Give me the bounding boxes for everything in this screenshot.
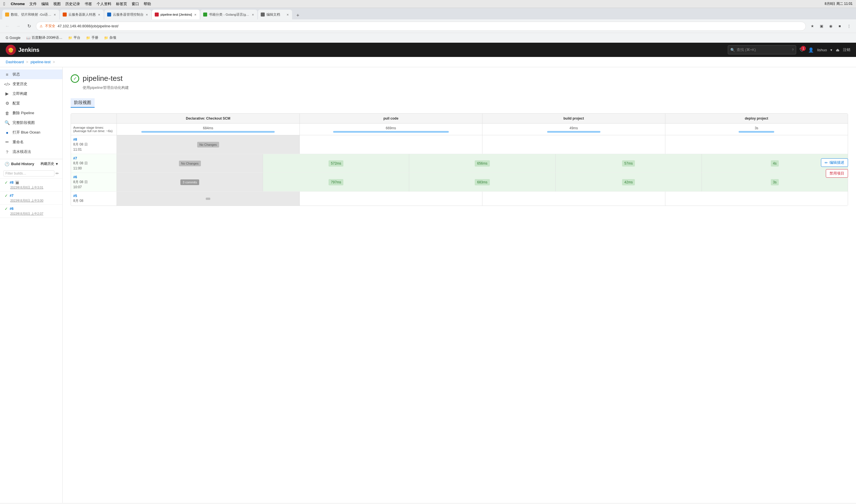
project-status-icon: ✓ xyxy=(71,74,79,83)
profile-button[interactable]: ■ xyxy=(836,22,843,30)
build-fail-icon-8[interactable]: ▤ xyxy=(15,181,19,184)
sidebar-item-changes[interactable]: </> 变更历史 xyxy=(0,79,63,89)
avg-time-0: 684ms xyxy=(117,124,299,135)
stage-cell-7-3[interactable]: 57ms xyxy=(555,154,702,173)
menu-view[interactable]: 视图 xyxy=(53,1,61,6)
build-date-7: 2023年8月8日 上午3:00 xyxy=(10,199,43,202)
build-item-6[interactable]: ✓ #6 2023年8月8日 上午2:07 xyxy=(0,205,63,218)
bookmark-star-button[interactable]: ★ xyxy=(809,22,816,30)
menu-chrome[interactable]: Chrome xyxy=(11,2,25,6)
breadcrumb-project[interactable]: pipeline-test xyxy=(31,60,50,64)
sidebar-item-configure[interactable]: ⚙ 配置 xyxy=(0,98,63,108)
bookmark-misc[interactable]: 📁 杂项 xyxy=(102,34,119,41)
sidebar-item-rename[interactable]: ✏ 重命名 xyxy=(0,137,63,147)
tab-3[interactable]: 云服务器管理控制台 × xyxy=(104,10,152,19)
menu-help[interactable]: 帮助 xyxy=(144,1,151,6)
build-history-label-cn: 构建历史 xyxy=(40,161,54,166)
avg-time-label-2: 49ms xyxy=(570,126,578,130)
build-history-header[interactable]: 🕐 Build History 构建历史 ▾ xyxy=(0,159,63,168)
tab-close-3[interactable]: × xyxy=(145,12,149,17)
tab-5[interactable]: 书籍分类 - Golang语言(gol… × xyxy=(200,10,257,19)
screen-cast-button[interactable]: ▣ xyxy=(818,22,825,30)
edit-icon: ✏ xyxy=(825,161,828,165)
forward-button[interactable]: → xyxy=(14,22,22,30)
tab-close-2[interactable]: × xyxy=(98,12,101,17)
menu-file[interactable]: 文件 xyxy=(29,1,37,6)
build-link-7[interactable]: #7 xyxy=(73,156,114,160)
tab-close-4[interactable]: × xyxy=(194,12,197,17)
sidebar-item-build-now[interactable]: ▶ 立即构建 xyxy=(0,89,63,98)
disable-project-button[interactable]: 禁用项目 xyxy=(826,169,848,178)
breadcrumb-dashboard[interactable]: Dashboard xyxy=(6,60,24,64)
address-bar[interactable]: ⚠ 不安全 47.102.149.46:8088/job/pipeline-te… xyxy=(36,22,806,31)
jenkins-logo[interactable]: 👴 Jenkins xyxy=(6,45,39,55)
menu-bookmarks[interactable]: 书签 xyxy=(85,1,92,6)
stage-cell-7-1[interactable]: 572ms xyxy=(263,154,409,173)
bookmark-platform[interactable]: 📁 平台 xyxy=(66,34,83,41)
rename-icon: ✏ xyxy=(4,140,10,145)
tab-4[interactable]: pipeline-test [Jenkins] × xyxy=(152,10,200,19)
main-layout: ≡ 状态 </> 变更历史 ▶ 立即构建 ⚙ 配置 🗑 删除 Pipeline … xyxy=(0,67,856,503)
stage-cell-6-3[interactable]: 42ms xyxy=(555,173,702,191)
tab-close-6[interactable]: × xyxy=(286,12,290,17)
stage-cell-7-2[interactable]: 656ms xyxy=(409,154,555,173)
build-item-8[interactable]: ✓ #8 ▤ 2023年8月8日 上午3:01 xyxy=(0,179,63,192)
user-dropdown-icon[interactable]: ▾ xyxy=(831,48,832,52)
sidebar-item-delete[interactable]: 🗑 删除 Pipeline xyxy=(0,108,63,118)
sidebar-item-blue-ocean[interactable]: ● 打开 Blue Ocean xyxy=(0,128,63,137)
stage-cell-5-0[interactable] xyxy=(117,192,299,205)
syntax-icon: ? xyxy=(4,149,10,154)
edit-description-button[interactable]: ✏ 编辑描述 xyxy=(821,158,848,167)
url-text: 47.102.149.46:8088/job/pipeline-test/ xyxy=(57,24,802,28)
menu-profile[interactable]: 个人资料 xyxy=(97,1,111,6)
stage-cell-7-0[interactable]: No Changes xyxy=(117,154,263,173)
new-tab-button[interactable]: + xyxy=(294,12,302,19)
build-link-5[interactable]: #5 xyxy=(73,194,114,198)
sidebar-item-status[interactable]: ≡ 状态 xyxy=(0,70,63,79)
bookmark-google[interactable]: G Google xyxy=(3,35,23,41)
search-help-icon[interactable]: ? xyxy=(792,48,793,52)
tab-title-6: 编辑文档 xyxy=(266,13,284,17)
build-item-7[interactable]: ✓ #7 2023年8月8日 上午3:00 xyxy=(0,192,63,205)
tab-close-5[interactable]: × xyxy=(251,12,255,17)
sidebar-label-configure: 配置 xyxy=(13,101,20,106)
bookmark-manual[interactable]: 📁 手册 xyxy=(84,34,101,41)
stage-cell-6-2[interactable]: 683ms xyxy=(409,173,555,191)
stage-cell-8-0[interactable]: No Changes xyxy=(117,135,299,154)
build-link-6[interactable]: #6 xyxy=(73,175,114,179)
tab-6[interactable]: 编辑文档 × xyxy=(258,10,292,19)
jenkins-search-box[interactable]: 🔍 查找 (⌘+K) ? xyxy=(728,45,796,54)
sidebar-item-syntax[interactable]: ? 流水线语法 xyxy=(0,147,63,157)
tab-favicon-4 xyxy=(155,13,159,17)
avg-bar-0 xyxy=(141,131,275,133)
project-title: pipeline-test xyxy=(83,74,123,83)
username-label[interactable]: lishuo xyxy=(817,48,827,52)
menu-edit[interactable]: 编辑 xyxy=(41,1,49,6)
more-options-button[interactable]: ⋮ xyxy=(845,22,853,30)
bookmark-baidu[interactable]: 📖 百度翻译-200种语… xyxy=(24,34,65,41)
sidebar-label-status: 状态 xyxy=(13,72,20,77)
menu-window[interactable]: 窗口 xyxy=(132,1,139,6)
user-icon: 👤 xyxy=(808,47,814,53)
menu-tabs[interactable]: 标签页 xyxy=(116,1,127,6)
logout-label[interactable]: 注销 xyxy=(843,47,850,52)
build-date-cell-6: 8月 08 日 xyxy=(73,180,114,184)
reload-button[interactable]: ↻ xyxy=(25,22,33,30)
stage-cell-5-2 xyxy=(482,192,665,205)
build-date-6: 2023年8月8日 上午2:07 xyxy=(10,212,43,215)
stage-cell-6-1[interactable]: 797ms xyxy=(263,173,409,191)
tab-2[interactable]: 云服务器新人特惠 × xyxy=(60,10,104,19)
sidebar-item-full-stage[interactable]: 🔍 完整阶段视图 xyxy=(0,118,63,128)
apple-icon[interactable]:  xyxy=(3,1,5,6)
tab-1[interactable]: 数组、切片和映射 -Go语言… × xyxy=(2,10,59,19)
back-button[interactable]: ← xyxy=(3,22,12,30)
build-filter-input[interactable] xyxy=(3,170,54,177)
build-link-8[interactable]: #8 xyxy=(73,138,114,142)
tab-close-1[interactable]: × xyxy=(53,12,56,17)
stage-cell-6-0[interactable]: 3 commits xyxy=(117,173,263,191)
build-filter-edit-icon[interactable]: ✏ xyxy=(56,171,59,176)
pipeline-header-row: Declarative: Checkout SCM pull code buil… xyxy=(71,114,848,124)
extensions-button[interactable]: ◉ xyxy=(827,22,834,30)
menu-history[interactable]: 历史记录 xyxy=(65,1,80,6)
build-history-dropdown-icon[interactable]: ▾ xyxy=(56,162,58,166)
